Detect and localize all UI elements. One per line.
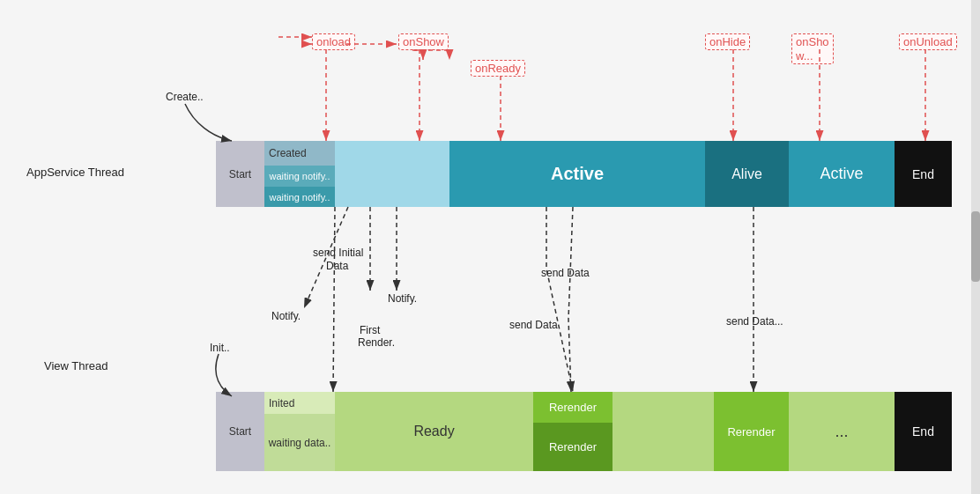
as-end-block: End <box>895 141 952 207</box>
vt-light2-block <box>612 392 714 471</box>
vt-waiting-block: waiting data.. <box>264 414 335 471</box>
dashed-send-initial <box>333 207 335 392</box>
vt-ready-block: Ready <box>335 392 533 471</box>
first-render2-label: Render. <box>358 336 395 349</box>
create-arrow <box>185 104 232 141</box>
onready-label: onReady <box>471 60 525 77</box>
diagram-container: onload onShow onReady onHide onShow... o… <box>0 0 980 494</box>
as-alive-block: Alive <box>705 141 789 207</box>
vt-rerender3-block: Rerender <box>714 392 789 471</box>
onshow-arrow-down <box>412 50 449 60</box>
init-label: Init.. <box>210 342 230 354</box>
scrollbar[interactable] <box>971 0 980 494</box>
as-active2-block: Active <box>789 141 895 207</box>
send-initial-data-label: Data <box>326 260 348 272</box>
as-active1-block: Active <box>449 141 705 207</box>
onshow-label: onShow <box>398 33 449 50</box>
as-waiting2-block: waiting notify.. <box>264 187 335 207</box>
vt-dots-block: ... <box>789 392 895 471</box>
send-data1-label: send Data <box>541 267 590 279</box>
dashed-send-data2 <box>568 207 573 392</box>
send-data3-label: send Data... <box>726 315 783 328</box>
as-lightblue-block <box>335 141 449 207</box>
onshow2-label: onShow... <box>791 33 834 64</box>
vt-rerender1-block: Rerender <box>533 392 612 423</box>
as-waiting1-block: waiting notify.. <box>264 166 335 187</box>
notify1-label: Notify. <box>271 310 301 322</box>
send-initial-label: send Initial <box>313 247 363 259</box>
appservice-thread-label: AppService Thread <box>26 166 124 179</box>
init-arrow <box>216 354 232 396</box>
vt-end-block: End <box>895 392 952 471</box>
dashed-send-data1 <box>546 207 573 392</box>
view-thread-label: View Thread <box>44 359 108 372</box>
notify2-label: Notify. <box>388 292 417 305</box>
as-start-block: Start <box>216 141 264 207</box>
as-created-block: Created <box>264 141 335 166</box>
onshow-to-onready-horiz <box>414 50 423 60</box>
create-label: Create.. <box>166 91 204 103</box>
first-render-label: First <box>360 324 380 336</box>
onload-label: onload <box>312 33 355 50</box>
send-data2-label: send Data <box>509 319 558 331</box>
vt-inited-block: Inited <box>264 392 335 414</box>
vt-rerender2-block: Rerender <box>533 423 612 471</box>
vt-start-block: Start <box>216 392 264 471</box>
onhide-label: onHide <box>705 33 750 50</box>
onunload-label: onUnload <box>899 33 957 50</box>
